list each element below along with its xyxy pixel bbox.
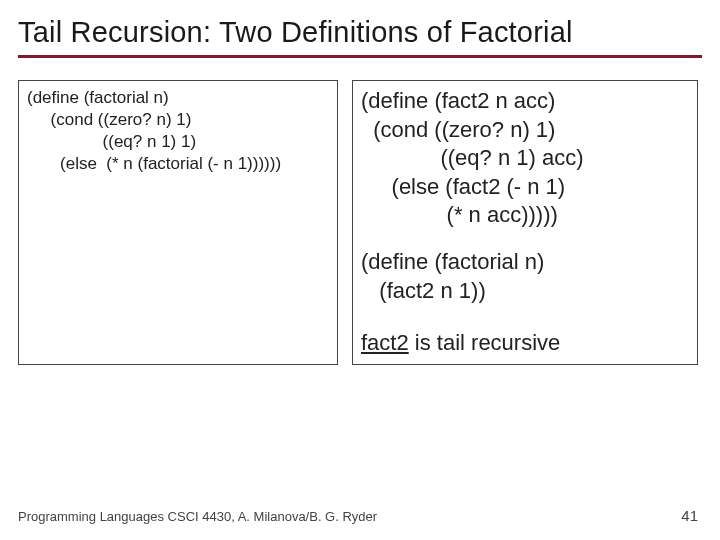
slide-title: Tail Recursion: Two Definitions of Facto… [18, 10, 702, 58]
footer-page-number: 41 [681, 507, 698, 524]
spacer [361, 234, 689, 248]
tail-note-underlined: fact2 [361, 330, 409, 355]
tail-note: fact2 is tail recursive [361, 329, 689, 358]
left-code-box: (define (factorial n) (cond ((zero? n) 1… [18, 80, 338, 365]
spacer [361, 309, 689, 323]
slide: Tail Recursion: Two Definitions of Facto… [0, 0, 720, 540]
right-code-box: (define (fact2 n acc) (cond ((zero? n) 1… [352, 80, 698, 365]
right-code-fact2: (define (fact2 n acc) (cond ((zero? n) 1… [361, 87, 689, 230]
footer-course: Programming Languages CSCI 4430, A. Mila… [18, 509, 377, 524]
right-code-factorial: (define (factorial n) (fact2 n 1)) [361, 248, 689, 305]
tail-note-rest: is tail recursive [409, 330, 561, 355]
left-code: (define (factorial n) (cond ((zero? n) 1… [27, 87, 329, 175]
columns: (define (factorial n) (cond ((zero? n) 1… [18, 80, 702, 365]
